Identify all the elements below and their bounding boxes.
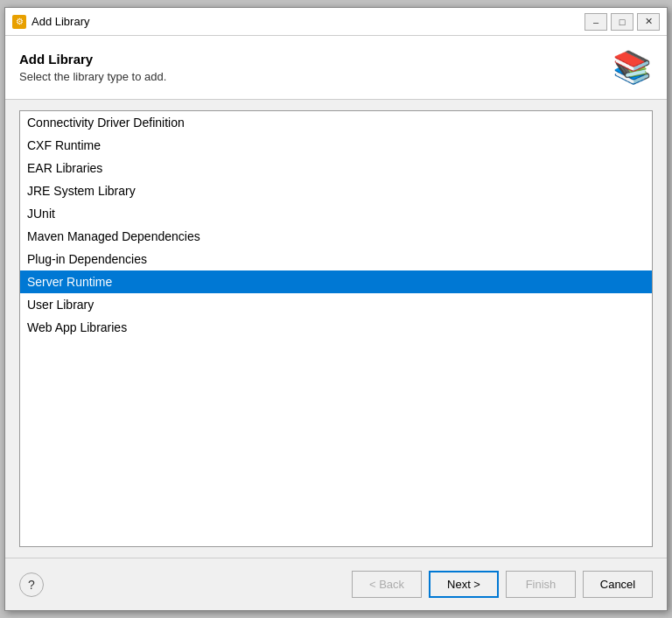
list-item[interactable]: CXF Runtime (20, 134, 652, 157)
list-item[interactable]: Connectivity Driver Definition (20, 111, 652, 134)
header-area: Add Library Select the library type to a… (5, 36, 667, 100)
list-item[interactable]: Server Runtime (20, 270, 652, 293)
title-controls: – □ ✕ (584, 13, 660, 31)
title-bar-left: ⚙ Add Library (12, 15, 89, 29)
close-button[interactable]: ✕ (637, 13, 660, 31)
minimize-button[interactable]: – (584, 13, 607, 31)
library-list[interactable]: Connectivity Driver DefinitionCXF Runtim… (19, 110, 653, 547)
list-item[interactable]: Plug-in Dependencies (20, 248, 652, 270)
window-title: Add Library (32, 15, 89, 28)
finish-button[interactable]: Finish (506, 571, 576, 598)
list-item[interactable]: JUnit (20, 202, 652, 225)
list-item[interactable]: Web App Libraries (20, 316, 652, 339)
list-item[interactable]: User Library (20, 293, 652, 316)
footer-area: ? < Back Next > Finish Cancel (5, 558, 667, 610)
cancel-button[interactable]: Cancel (583, 571, 653, 598)
list-item[interactable]: Maven Managed Dependencies (20, 225, 652, 248)
window-icon: ⚙ (12, 15, 26, 29)
back-button[interactable]: < Back (352, 571, 422, 598)
header-text: Add Library Select the library type to a… (19, 52, 166, 83)
header-icon: 📚 (611, 46, 653, 88)
help-button[interactable]: ? (19, 572, 44, 597)
header-subtitle: Select the library type to add. (19, 70, 166, 83)
title-bar: ⚙ Add Library – □ ✕ (5, 8, 667, 36)
list-item[interactable]: EAR Libraries (20, 157, 652, 179)
maximize-button[interactable]: □ (611, 13, 634, 31)
header-title: Add Library (19, 52, 166, 67)
footer-buttons: < Back Next > Finish Cancel (352, 571, 653, 598)
main-window: ⚙ Add Library – □ ✕ Add Library Select t… (4, 7, 668, 611)
list-item[interactable]: JRE System Library (20, 179, 652, 202)
next-button[interactable]: Next > (429, 571, 499, 598)
content-area: Connectivity Driver DefinitionCXF Runtim… (5, 100, 667, 558)
